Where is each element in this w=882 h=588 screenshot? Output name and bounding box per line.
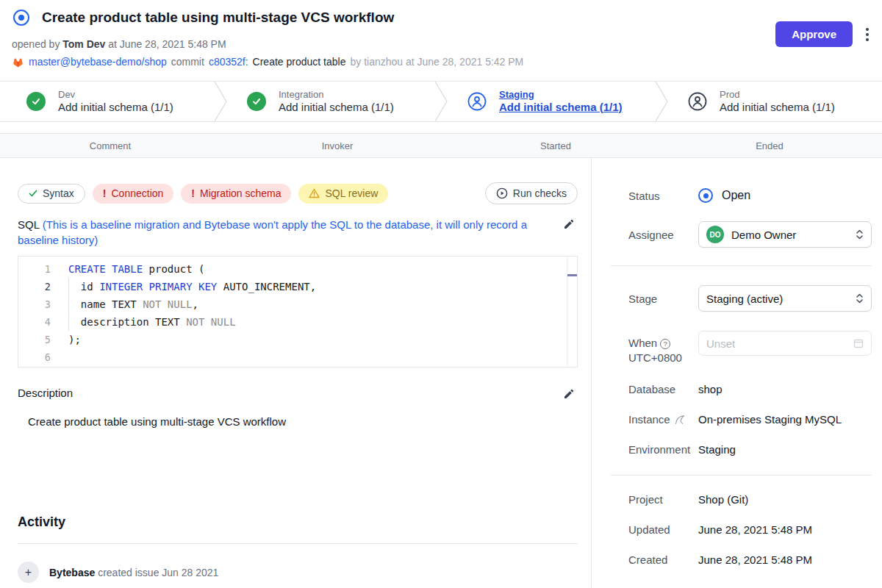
column-ended: Ended [657, 140, 882, 151]
stage-task[interactable]: Add initial schema (1/1) [279, 101, 394, 115]
database-row: Database shop [628, 383, 872, 395]
activity-actor: Bytebase [49, 567, 95, 578]
description-label: Description [18, 387, 73, 399]
when-placeholder: Unset [706, 337, 853, 350]
assignee-row: Assignee DO Demo Owner [628, 221, 872, 248]
stage-separator [653, 82, 672, 121]
edit-sql-icon[interactable] [563, 218, 575, 230]
commit-line: master@bytebase-demo/shop commit c80352f… [12, 56, 523, 68]
more-options-icon[interactable] [863, 25, 872, 44]
error-icon: ! [103, 187, 107, 199]
environment-row: Environment Staging [628, 443, 872, 456]
check-icon [29, 189, 37, 198]
issue-open-icon [13, 10, 29, 26]
task-table-header: Comment Invoker Started Ended [0, 133, 882, 158]
database-label: Database [628, 383, 698, 395]
updated-label: Updated [628, 523, 698, 536]
help-icon[interactable]: ? [660, 339, 670, 349]
checks-row: Syntax ! Connection ! Migration schema S… [18, 182, 578, 204]
stage-task[interactable]: Add initial schema (1/1) [499, 101, 623, 115]
status-value: Open [722, 189, 750, 202]
code-line: 6 [18, 348, 577, 366]
sql-section-header: SQL (This is a baseline migration and By… [18, 217, 578, 248]
commit-message: Create product table [253, 56, 346, 68]
project-row: Project Shop (Git) [628, 493, 872, 506]
approve-button[interactable]: Approve [775, 21, 853, 47]
column-comment: Comment [0, 140, 220, 151]
error-icon: ! [191, 187, 195, 199]
sql-label: SQL [18, 218, 39, 231]
check-badge-migration-schema[interactable]: ! Migration schema [181, 184, 291, 204]
column-invoker: Invoker [220, 140, 454, 151]
description-text[interactable]: Create product table using multi-stage V… [28, 415, 578, 428]
opened-by-name: Tom Dev [62, 38, 105, 50]
activity-item: + Bytebase created issue Jun 28 2021 [18, 562, 578, 583]
calendar-icon [853, 338, 864, 348]
when-row: When? UTC+0800 Unset [628, 331, 872, 365]
check-badge-syntax[interactable]: Syntax [18, 184, 85, 204]
branch-repo-link[interactable]: master@bytebase-demo/shop [29, 56, 167, 68]
opened-by-line: opened by Tom Dev at June 28, 2021 5:48 … [12, 38, 226, 50]
sql-baseline-note: (This is a baseline migration and Byteba… [18, 218, 527, 246]
code-line: 3 name TEXT NOT NULL, [18, 295, 577, 313]
assignee-avatar: DO [706, 226, 724, 243]
when-label: When [628, 337, 657, 349]
stage-name: Integration [279, 89, 394, 101]
column-started: Started [454, 140, 657, 151]
activity-heading: Activity [18, 514, 578, 530]
assignee-select[interactable]: DO Demo Owner [698, 221, 872, 248]
when-date-input[interactable]: Unset [698, 331, 872, 356]
description-header: Description [18, 387, 578, 399]
environment-label: Environment [628, 443, 698, 456]
gitlab-icon [12, 56, 24, 68]
issue-header: Create product table using multi-stage V… [0, 0, 882, 81]
code-line: 5 ); [18, 331, 577, 348]
code-line: 1 CREATE TABLE product ( [18, 260, 577, 278]
database-value[interactable]: shop [698, 383, 723, 395]
stage-integration[interactable]: Integration Add initial schema (1/1) [220, 82, 441, 121]
instance-row: Instance On-premises Staging MySQL [628, 413, 872, 426]
run-checks-button[interactable]: Run checks [485, 182, 578, 204]
stage-name: Dev [58, 89, 173, 101]
edit-description-icon[interactable] [563, 388, 575, 400]
check-badge-connection[interactable]: ! Connection [93, 184, 174, 204]
stage-row: Stage Staging (active) [628, 285, 872, 312]
stage-label: Stage [628, 293, 698, 305]
stage-name[interactable]: Staging [499, 89, 623, 101]
commit-hash-link[interactable]: c80352f: [209, 56, 248, 68]
created-value: June 28, 2021 5:48 PM [698, 553, 812, 566]
stage-task[interactable]: Add initial schema (1/1) [58, 101, 173, 115]
stage-prod[interactable]: Prod Add initial schema (1/1) [662, 82, 882, 121]
instance-value[interactable]: On-premises Staging MySQL [698, 413, 842, 426]
environment-value[interactable]: Staging [698, 443, 736, 456]
main-panel: Syntax ! Connection ! Migration schema S… [0, 158, 592, 588]
stage-select[interactable]: Staging (active) [698, 285, 872, 312]
stage-done-icon [26, 92, 46, 111]
check-badge-sql-review[interactable]: SQL review [298, 184, 388, 204]
issue-sidebar: Status Open Assignee DO Demo Owner Stage… [592, 158, 882, 588]
plus-icon: + [18, 562, 39, 583]
stage-pending-person-icon [688, 92, 707, 111]
status-row: Status Open [628, 188, 872, 203]
stage-separator [432, 82, 451, 121]
when-timezone: UTC+0800 [628, 351, 682, 364]
stage-staging[interactable]: Staging Add initial schema (1/1) [441, 82, 662, 121]
mysql-dolphin-icon [675, 415, 686, 425]
activity-action: created issue Jun 28 2021 [98, 567, 218, 578]
created-label: Created [628, 553, 698, 566]
editor-scrollbar[interactable] [567, 257, 577, 367]
project-label: Project [628, 493, 698, 506]
stage-task[interactable]: Add initial schema (1/1) [720, 101, 835, 115]
divider [611, 265, 872, 266]
created-row: Created June 28, 2021 5:48 PM [628, 553, 872, 566]
page-title: Create product table using multi-stage V… [42, 10, 394, 26]
stage-dev[interactable]: Dev Add initial schema (1/1) [0, 82, 220, 121]
stage-name: Prod [720, 89, 835, 101]
code-line: 4 description TEXT NOT NULL [18, 313, 577, 331]
sql-editor[interactable]: 1 CREATE TABLE product ( 2 id INTEGER PR… [18, 256, 578, 368]
stage-active-person-icon [467, 92, 487, 111]
play-circle-icon [496, 187, 508, 199]
updated-row: Updated June 28, 2021 5:48 PM [628, 523, 872, 536]
project-value[interactable]: Shop (Git) [698, 493, 748, 506]
chevron-updown-icon [856, 229, 864, 240]
